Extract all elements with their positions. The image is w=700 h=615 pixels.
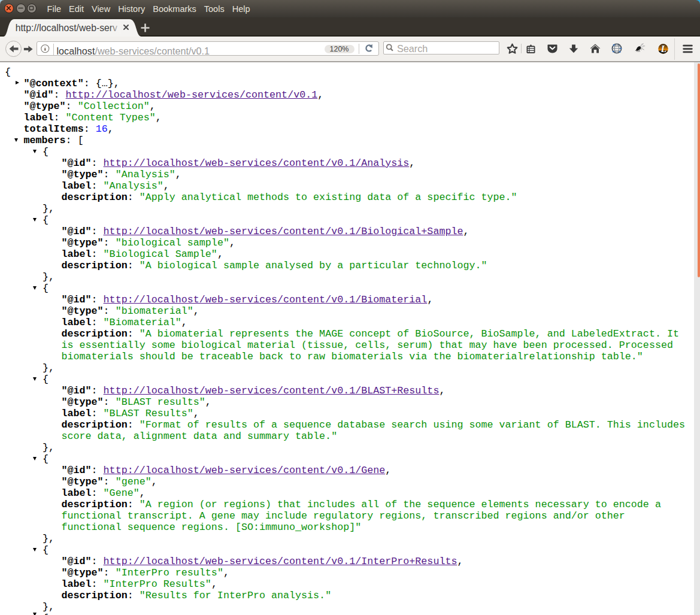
svg-text:L: L — [660, 44, 666, 54]
